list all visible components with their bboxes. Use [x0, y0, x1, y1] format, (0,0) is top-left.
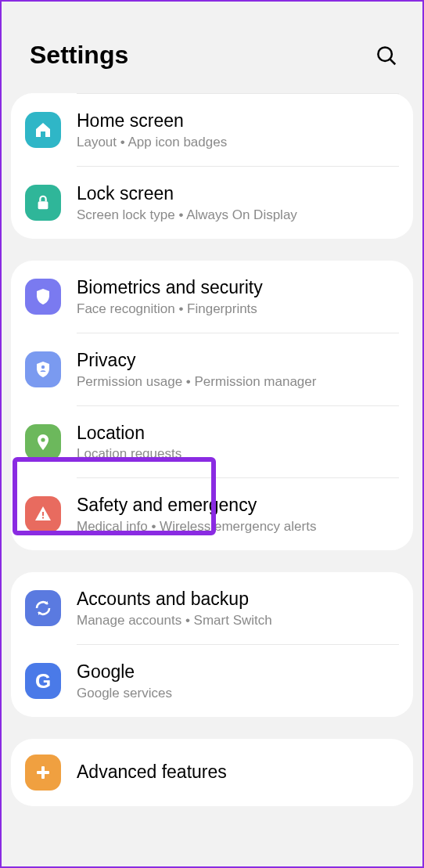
sync-icon	[25, 590, 61, 626]
header: Settings	[2, 2, 422, 93]
row-subtitle: Permission usage • Permission manager	[77, 374, 316, 390]
settings-row-accounts[interactable]: Accounts and backup Manage accounts • Sm…	[25, 572, 399, 644]
row-title: Lock screen	[77, 182, 297, 206]
row-title: Home screen	[77, 110, 227, 133]
row-title: Accounts and backup	[77, 588, 272, 611]
row-title: Advanced features	[77, 761, 227, 784]
shield-icon	[25, 279, 61, 315]
settings-group: Biometrics and security Face recognition…	[11, 261, 413, 551]
pin-icon	[25, 424, 61, 460]
row-subtitle: Layout • App icon badges	[77, 135, 227, 150]
row-title: Privacy	[77, 349, 316, 373]
alert-icon	[25, 496, 61, 532]
row-subtitle: Face recognition • Fingerprints	[77, 301, 263, 317]
lock-icon	[25, 185, 61, 221]
settings-row-google[interactable]: G Google Google services	[25, 645, 399, 717]
row-title: Biometrics and security	[77, 276, 263, 300]
svg-point-4	[41, 438, 45, 441]
row-subtitle: Location requests	[77, 446, 181, 462]
shield-person-icon	[25, 351, 61, 387]
svg-line-1	[390, 59, 395, 64]
home-icon	[25, 112, 61, 148]
svg-point-3	[41, 365, 45, 368]
settings-row-lock-screen[interactable]: Lock screen Screen lock type • Always On…	[25, 167, 399, 239]
svg-rect-5	[42, 512, 44, 516]
svg-rect-8	[37, 771, 49, 774]
settings-row-advanced[interactable]: Advanced features	[25, 739, 399, 806]
search-button[interactable]	[374, 43, 399, 68]
svg-point-0	[378, 47, 392, 61]
settings-row-privacy[interactable]: Privacy Permission usage • Permission ma…	[25, 333, 399, 405]
svg-rect-6	[42, 517, 44, 519]
settings-row-safety[interactable]: Safety and emergency Medical info • Wire…	[25, 478, 399, 550]
settings-row-location[interactable]: Location Location requests	[25, 406, 399, 478]
row-title: Location	[77, 422, 181, 445]
row-subtitle: Screen lock type • Always On Display	[77, 207, 297, 223]
settings-row-home-screen[interactable]: Home screen Layout • App icon badges	[25, 94, 399, 166]
row-subtitle: Manage accounts • Smart Switch	[77, 613, 272, 628]
google-icon: G	[25, 663, 61, 699]
settings-row-biometrics[interactable]: Biometrics and security Face recognition…	[25, 261, 399, 333]
row-title: Safety and emergency	[77, 494, 316, 517]
settings-group: Accounts and backup Manage accounts • Sm…	[11, 572, 413, 717]
plus-icon	[25, 755, 61, 791]
row-subtitle: Medical info • Wireless emergency alerts	[77, 519, 316, 535]
row-subtitle: Google services	[77, 686, 172, 701]
row-title: Google	[77, 661, 172, 684]
search-icon	[375, 44, 398, 67]
settings-group: Advanced features	[11, 739, 413, 806]
page-title: Settings	[30, 41, 128, 70]
settings-group: Home screen Layout • App icon badges Loc…	[11, 93, 413, 239]
svg-rect-2	[38, 201, 49, 209]
